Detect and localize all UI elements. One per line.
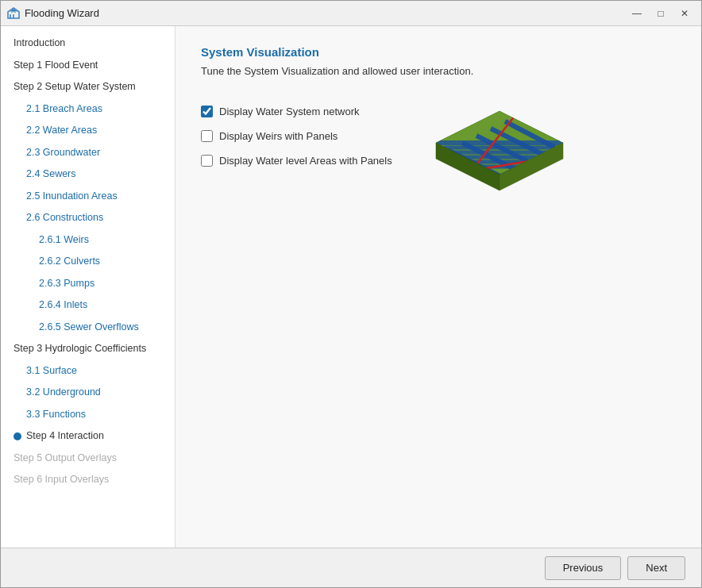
checkbox-weirs[interactable]	[201, 130, 213, 142]
visualization-image	[424, 99, 575, 202]
maximize-button[interactable]: □	[650, 6, 671, 21]
sidebar-item-step6: Step 6 Input Overlays	[1, 469, 175, 491]
app-icon	[7, 7, 20, 20]
checkbox-water-level[interactable]	[201, 155, 213, 167]
checkboxes-group: Display Water System network Display Wei…	[201, 106, 392, 167]
sidebar-item-step3[interactable]: Step 3 Hydrologic Coefficients	[1, 338, 175, 360]
sidebar-item-step2-6-5[interactable]: 2.6.5 Sewer Overflows	[1, 317, 175, 339]
title-bar: Flooding Wizard — □ ✕	[1, 1, 701, 26]
main-window: Flooding Wizard — □ ✕ Introduction Step …	[0, 0, 702, 588]
sidebar-item-step2-5[interactable]: 2.5 Inundation Areas	[1, 186, 175, 208]
window-title: Flooding Wizard	[25, 7, 627, 19]
sidebar-item-step2-6-4[interactable]: 2.6.4 Inlets	[1, 294, 175, 317]
checkbox-weirs-label: Display Weirs with Panels	[219, 130, 338, 142]
sidebar-item-step5: Step 5 Output Overlays	[1, 448, 175, 470]
checkbox-network-label: Display Water System network	[219, 106, 360, 117]
sidebar: Introduction Step 1 Flood Event Step 2 S…	[1, 26, 176, 548]
sidebar-item-step2-3[interactable]: 2.3 Groundwater	[1, 142, 175, 164]
sidebar-item-step2-6-3[interactable]: 2.6.3 Pumps	[1, 273, 175, 295]
checkbox-network[interactable]	[201, 106, 213, 117]
checkbox-water-level-label: Display Water level Areas with Panels	[219, 155, 392, 167]
sidebar-item-step3-2[interactable]: 3.2 Underground	[1, 382, 175, 404]
sidebar-item-step4-label: Step 4 Interaction	[26, 429, 104, 444]
next-button[interactable]: Next	[627, 556, 685, 580]
checkbox-row-weirs[interactable]: Display Weirs with Panels	[201, 130, 392, 142]
sidebar-item-step2-6-1[interactable]: 2.6.1 Weirs	[1, 229, 175, 252]
section-title: System Visualization	[201, 45, 676, 59]
checkbox-row-network[interactable]: Display Water System network	[201, 106, 392, 117]
sidebar-item-step2-4[interactable]: 2.4 Sewers	[1, 163, 175, 186]
close-button[interactable]: ✕	[674, 6, 695, 21]
sidebar-item-step1[interactable]: Step 1 Flood Event	[1, 55, 175, 77]
window-controls: — □ ✕	[627, 6, 695, 21]
sidebar-item-step2-6[interactable]: 2.6 Constructions	[1, 207, 175, 229]
sidebar-item-step2[interactable]: Step 2 Setup Water System	[1, 76, 175, 98]
sidebar-item-step3-1[interactable]: 3.1 Surface	[1, 360, 175, 382]
sidebar-item-step3-3[interactable]: 3.3 Functions	[1, 404, 175, 426]
sidebar-item-step2-6-2[interactable]: 2.6.2 Culverts	[1, 251, 175, 273]
checkbox-row-water-level[interactable]: Display Water level Areas with Panels	[201, 155, 392, 167]
sidebar-item-introduction[interactable]: Introduction	[1, 33, 175, 55]
content-area: Introduction Step 1 Flood Event Step 2 S…	[1, 26, 701, 548]
minimize-button[interactable]: —	[627, 6, 647, 21]
main-panel: System Visualization Tune the System Vis…	[176, 26, 701, 548]
sidebar-item-step2-1[interactable]: 2.1 Breach Areas	[1, 98, 175, 121]
active-dot-indicator	[14, 432, 21, 440]
viz-content: Display Water System network Display Wei…	[201, 99, 676, 202]
svg-point-29	[513, 113, 518, 117]
sidebar-item-step2-2[interactable]: 2.2 Water Areas	[1, 120, 175, 142]
sidebar-item-step4[interactable]: Step 4 Interaction	[1, 425, 175, 448]
previous-button[interactable]: Previous	[545, 556, 622, 580]
section-desc: Tune the System Visualization and allowe…	[201, 65, 676, 77]
bottom-bar: Previous Next	[1, 548, 701, 587]
